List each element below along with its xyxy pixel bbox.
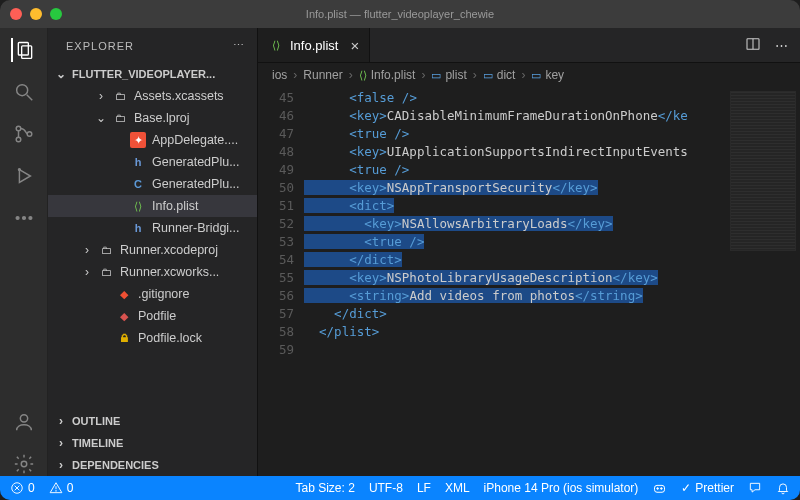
window-titlebar: Info.plist — flutter_videoplayer_chewie — [0, 0, 800, 28]
breadcrumb-item[interactable]: ▭ dict — [483, 68, 516, 82]
status-device[interactable]: iPhone 14 Pro (ios simulator) — [484, 481, 639, 495]
more-icon[interactable] — [12, 206, 36, 230]
svg-point-6 — [27, 132, 32, 137]
source-control-icon[interactable] — [12, 122, 36, 146]
code-editor[interactable]: <false /> <key>CADisableMinimumFrameDura… — [304, 87, 800, 476]
split-editor-icon[interactable] — [745, 36, 761, 55]
svg-line-3 — [26, 95, 32, 101]
breadcrumb-item[interactable]: ▭ plist — [431, 68, 466, 82]
file-tree-item[interactable]: ›🗀Runner.xcworks... — [48, 261, 257, 283]
svg-point-4 — [16, 126, 21, 131]
file-tree-item[interactable]: ◆.gitignore — [48, 283, 257, 305]
breadcrumb-item[interactable]: ⟨⟩ Info.plist — [359, 68, 416, 82]
breadcrumb-item[interactable]: ios — [272, 68, 287, 82]
svg-point-10 — [22, 217, 25, 220]
plist-icon: ⟨⟩ — [268, 37, 284, 53]
sidebar-panel-header[interactable]: ›OUTLINE — [48, 410, 257, 432]
search-icon[interactable] — [12, 80, 36, 104]
minimap[interactable] — [730, 91, 796, 251]
settings-icon[interactable] — [12, 452, 36, 476]
file-tree-item[interactable]: ⟨⟩Info.plist — [48, 195, 257, 217]
status-eol[interactable]: LF — [417, 481, 431, 495]
status-bar: 0 0 Tab Size: 2 UTF-8 LF XML iPhone 14 P… — [0, 476, 800, 500]
file-tree-item[interactable]: CGeneratedPlu... — [48, 173, 257, 195]
file-tree-item[interactable]: hRunner-Bridgi... — [48, 217, 257, 239]
status-tabsize[interactable]: Tab Size: 2 — [296, 481, 355, 495]
status-bell-icon[interactable] — [776, 481, 790, 495]
activity-bar — [0, 28, 48, 476]
file-tree-item[interactable]: ›🗀Runner.xcodeproj — [48, 239, 257, 261]
file-tree-item[interactable]: ✦AppDelegate.... — [48, 129, 257, 151]
breadcrumb-item[interactable]: Runner — [303, 68, 342, 82]
svg-rect-1 — [21, 46, 31, 59]
svg-point-9 — [16, 217, 19, 220]
breadcrumb-item[interactable]: ▭ key — [531, 68, 564, 82]
line-gutter: 45 46 47 48 49 50 51 52 53 54 55 56 57 5… — [258, 87, 304, 476]
status-encoding[interactable]: UTF-8 — [369, 481, 403, 495]
file-tree-item[interactable]: ◆Podfile — [48, 305, 257, 327]
svg-marker-7 — [19, 170, 30, 183]
sidebar-panel-header[interactable]: ›TIMELINE — [48, 432, 257, 454]
svg-point-11 — [29, 217, 32, 220]
file-tree-item[interactable]: ⌄🗀Base.lproj — [48, 107, 257, 129]
svg-point-12 — [20, 415, 27, 422]
svg-point-20 — [55, 491, 56, 492]
editor-group: ⟨⟩ Info.plist × ⋯ ios›Runner›⟨⟩ Info.pli… — [258, 28, 800, 476]
svg-point-22 — [657, 487, 659, 489]
file-tree-item[interactable]: hGeneratedPlu... — [48, 151, 257, 173]
sidebar-title: EXPLORER — [66, 40, 134, 52]
close-tab-icon[interactable]: × — [350, 37, 359, 54]
account-icon[interactable] — [12, 410, 36, 434]
status-feedback-icon[interactable] — [748, 481, 762, 495]
tab-info-plist[interactable]: ⟨⟩ Info.plist × — [258, 28, 370, 62]
sidebar: EXPLORER ⋯ ⌄ FLUTTER_VIDEOPLAYER... ›🗀As… — [48, 28, 258, 476]
file-tree-item[interactable]: ›🗀Assets.xcassets — [48, 85, 257, 107]
editor-more-icon[interactable]: ⋯ — [775, 38, 788, 53]
file-tree: ›🗀Assets.xcassets⌄🗀Base.lproj✦AppDelegat… — [48, 85, 257, 410]
status-language[interactable]: XML — [445, 481, 470, 495]
sidebar-more-icon[interactable]: ⋯ — [233, 39, 245, 52]
svg-point-2 — [16, 85, 27, 96]
sidebar-panel-header[interactable]: ›DEPENDENCIES — [48, 454, 257, 476]
svg-rect-21 — [655, 485, 665, 492]
tab-bar: ⟨⟩ Info.plist × ⋯ — [258, 28, 800, 63]
svg-rect-0 — [18, 43, 28, 56]
breadcrumbs[interactable]: ios›Runner›⟨⟩ Info.plist›▭ plist›▭ dict›… — [258, 63, 800, 87]
run-debug-icon[interactable] — [12, 164, 36, 188]
status-warnings[interactable]: 0 — [49, 481, 74, 495]
explorer-icon[interactable] — [11, 38, 35, 62]
window-title: Info.plist — flutter_videoplayer_chewie — [0, 8, 800, 20]
svg-point-23 — [661, 487, 663, 489]
status-copilot-icon[interactable] — [652, 481, 667, 496]
svg-point-5 — [16, 137, 21, 142]
folder-section-header[interactable]: ⌄ FLUTTER_VIDEOPLAYER... — [48, 63, 257, 85]
svg-point-13 — [21, 461, 27, 467]
file-tree-item[interactable]: 🔒︎Podfile.lock — [48, 327, 257, 349]
status-formatter[interactable]: ✓ Prettier — [681, 481, 734, 495]
status-errors[interactable]: 0 — [10, 481, 35, 495]
